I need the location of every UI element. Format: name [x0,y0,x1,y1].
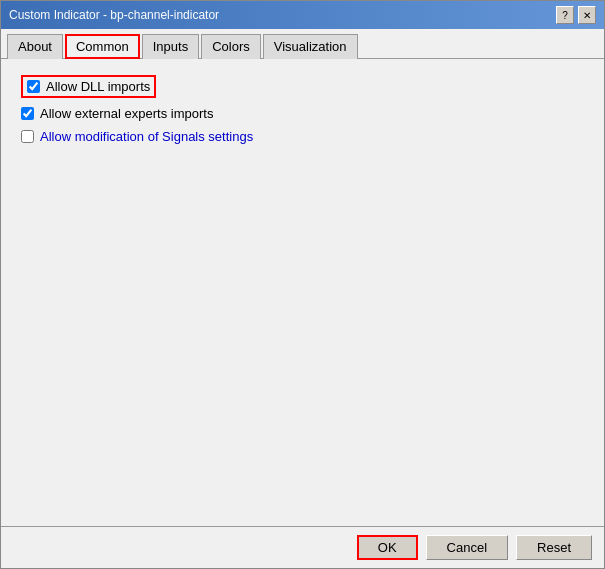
tab-inputs[interactable]: Inputs [142,34,199,59]
allow-signals-label[interactable]: Allow modification of Signals settings [40,129,253,144]
tab-common[interactable]: Common [65,34,140,59]
tab-visualization[interactable]: Visualization [263,34,358,59]
window-title: Custom Indicator - bp-channel-indicator [9,8,219,22]
allow-external-experts-label[interactable]: Allow external experts imports [40,106,213,121]
main-window: Custom Indicator - bp-channel-indicator … [0,0,605,569]
tab-colors[interactable]: Colors [201,34,261,59]
content-area: Allow DLL imports Allow external experts… [1,59,604,526]
close-button[interactable]: ✕ [578,6,596,24]
footer: OK Cancel Reset [1,526,604,568]
help-button[interactable]: ? [556,6,574,24]
tab-bar: About Common Inputs Colors Visualization [1,29,604,59]
allow-dll-imports-label[interactable]: Allow DLL imports [46,79,150,94]
allow-external-experts-checkbox[interactable] [21,107,34,120]
allow-signals-checkbox[interactable] [21,130,34,143]
title-bar: Custom Indicator - bp-channel-indicator … [1,1,604,29]
checkbox-allow-dll-imports-row: Allow DLL imports [21,75,584,98]
checkbox-allow-signals-row: Allow modification of Signals settings [21,129,584,144]
checkbox-allow-external-experts-row: Allow external experts imports [21,106,584,121]
tab-about[interactable]: About [7,34,63,59]
title-bar-buttons: ? ✕ [556,6,596,24]
allow-dll-imports-highlighted: Allow DLL imports [21,75,156,98]
reset-button[interactable]: Reset [516,535,592,560]
ok-button[interactable]: OK [357,535,418,560]
cancel-button[interactable]: Cancel [426,535,508,560]
allow-dll-imports-checkbox[interactable] [27,80,40,93]
